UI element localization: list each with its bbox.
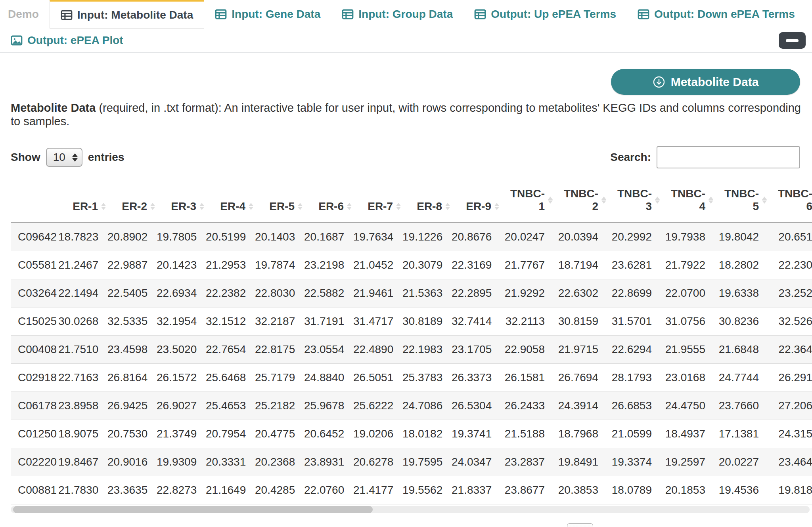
table-cell: 31.0756 [661,307,715,336]
table-cell: 20.1423 [157,251,206,279]
table-cell: 17.1381 [715,420,768,448]
tab-demo[interactable]: Demo [0,0,50,29]
metabolite-data-download-button[interactable]: Metabolite Data [611,69,800,95]
row-label-column-header[interactable] [11,184,58,223]
search-input[interactable] [657,146,800,168]
table-cell: 21.9292 [501,279,554,307]
table-row: C0088121.783023.363522.827321.164920.428… [11,476,812,504]
column-header[interactable]: ER-2 [107,184,157,223]
column-header-label: ER-3 [171,200,196,213]
column-header[interactable]: ER-8 [402,184,452,223]
column-header[interactable]: TNBC- 1 [501,184,554,223]
table-cell: 22.8273 [157,476,206,504]
tab-label: Input: Metabolite Data [77,9,193,21]
table-cell: 22.6302 [554,279,608,307]
row-id: C05581 [11,251,58,279]
tab-label: Output: Down ePEA Terms [654,8,795,21]
column-header[interactable]: ER-6 [304,184,353,223]
table-cell: 21.8337 [452,476,501,504]
sort-icon [548,197,553,204]
column-header[interactable]: TNBC- 6 [768,184,812,223]
tab-output-up-epea-terms[interactable]: Output: Up ePEA Terms [463,0,627,29]
table-cell: 25.3783 [402,364,452,392]
tab-input-group-data[interactable]: Input: Group Data [331,0,463,29]
table-cell: 21.1649 [206,476,255,504]
row-id: C02918 [11,364,58,392]
page-button-3[interactable]: 3 [631,523,649,527]
column-header[interactable]: TNBC- 3 [608,184,661,223]
tab-output-epea-plot[interactable]: Output: ePEA Plot [0,29,134,52]
column-header[interactable]: ER-7 [353,184,402,223]
tab-input-gene-data[interactable]: Input: Gene Data [204,0,331,29]
page-button-1[interactable]: 1 [567,523,593,527]
table-cell: 23.2198 [304,251,353,279]
scrollbar-thumb[interactable] [13,506,373,513]
horizontal-scrollbar[interactable] [11,506,810,513]
sort-icon [150,203,155,210]
table-cell: 22.9887 [107,251,157,279]
page-button-5[interactable]: 5 [687,523,704,527]
column-header[interactable]: ER-9 [452,184,501,223]
table-cell: 20.0394 [554,223,608,251]
table-icon [474,8,486,20]
table-cell: 19.7874 [255,251,304,279]
column-header-label: ER-6 [318,200,344,213]
table-cell: 24.8840 [304,364,353,392]
table-cell: 22.7163 [58,364,107,392]
column-header[interactable]: TNBC- 4 [661,184,715,223]
box-header: Demo Input: Metabolite Data In [0,0,812,53]
table-cell: 26.5304 [452,392,501,420]
table-cell: 22.5882 [304,279,353,307]
table-cell: 21.0452 [353,251,402,279]
table-cell: 21.9555 [661,336,715,364]
column-header[interactable]: ER-3 [157,184,206,223]
table-row: C0326422.149422.540522.693422.238222.803… [11,279,812,307]
table-cell: 26.3373 [452,364,501,392]
table-cell: 21.7830 [58,476,107,504]
table-cell: 20.8902 [107,223,157,251]
table-cell: 18.7194 [554,251,608,279]
column-header-label: ER-7 [368,200,393,213]
tab-output-down-epea-terms[interactable]: Output: Down ePEA Terms [627,0,806,29]
table-cell: 20.4775 [255,420,304,448]
table-cell: 19.5562 [402,476,452,504]
table-cell: 22.0700 [661,279,715,307]
column-header-label: TNBC- 2 [564,187,598,213]
table-cell: 26.1572 [157,364,206,392]
column-header[interactable]: ER-5 [255,184,304,223]
column-header[interactable]: TNBC- 2 [554,184,608,223]
table-cell: 23.2837 [501,448,554,476]
table-cell: 26.2433 [501,392,554,420]
table-cell: 19.0206 [353,420,402,448]
table-cell: 22.7654 [206,336,255,364]
table-cell: 26.291 [768,364,812,392]
table-cell: 20.6278 [353,448,402,476]
table-cell: 22.364 [768,336,812,364]
table-cell: 27.206 [768,392,812,420]
page-button-2[interactable]: 2 [603,523,621,527]
table-cell: 21.5188 [501,420,554,448]
column-header[interactable]: ER-1 [58,184,107,223]
column-header-label: ER-1 [73,200,98,213]
table-header-row: ER-1ER-2ER-3ER-4ER-5ER-6ER-7ER-8ER-9TNBC… [11,184,812,223]
page-length-select[interactable]: 10 [46,148,82,167]
page-button-4[interactable]: 4 [659,523,676,527]
table-icon [61,9,73,21]
table-icon [215,8,227,20]
table-cell: 24.3914 [554,392,608,420]
collapse-box-button[interactable] [779,32,806,49]
tab-input-metabolite-data[interactable]: Input: Metabolite Data [50,0,204,29]
column-header[interactable]: ER-4 [206,184,255,223]
table-cell: 21.9715 [554,336,608,364]
data-table-wrap: ER-1ER-2ER-3ER-4ER-5ER-6ER-7ER-8ER-9TNBC… [11,184,812,504]
table-cell: 23.0554 [304,336,353,364]
column-header-label: TNBC- 1 [510,187,545,213]
table-cell: 32.2187 [255,307,304,336]
select-spinner-icon [72,153,78,162]
column-header-label: TNBC- 6 [778,187,812,213]
table-cell: 22.8699 [608,279,661,307]
page-button-10[interactable]: 10 [742,523,760,527]
table-cell: 22.3169 [452,251,501,279]
table-cell: 26.1581 [501,364,554,392]
column-header[interactable]: TNBC- 5 [715,184,768,223]
